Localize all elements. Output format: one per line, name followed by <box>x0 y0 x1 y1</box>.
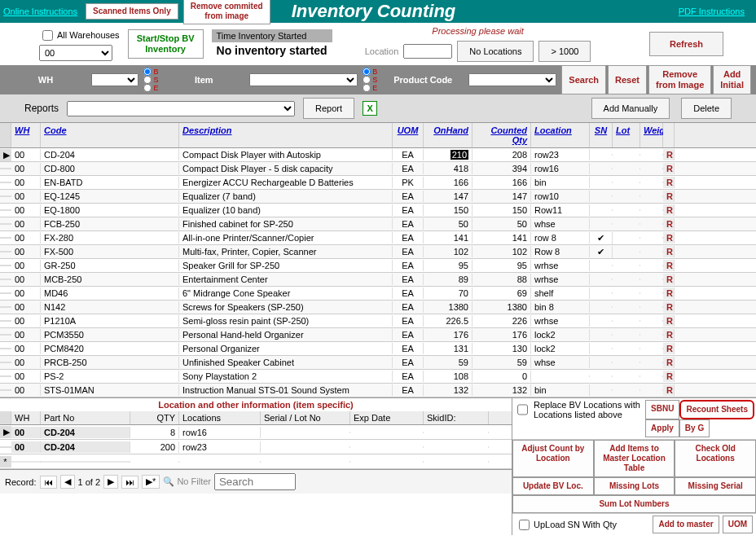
sn-checkbox[interactable] <box>590 195 613 197</box>
location-input[interactable] <box>403 44 452 59</box>
hdr-code[interactable]: Code <box>41 123 179 147</box>
row-r-button[interactable]: R <box>663 191 675 202</box>
report-button[interactable]: Report <box>303 98 354 119</box>
row-r-button[interactable]: R <box>663 371 675 382</box>
sn-checkbox[interactable] <box>590 223 613 225</box>
row-r-button[interactable]: R <box>663 274 675 285</box>
hdr-weig[interactable]: Weig <box>640 123 663 147</box>
reset-button[interactable]: Reset <box>608 65 647 94</box>
table-row[interactable]: 00EQ-1800Equalizer (10 band)EA150150Row1… <box>0 204 756 217</box>
sub-row[interactable]: ▶00CD-2048row16 <box>0 425 512 440</box>
sn-checkbox[interactable]: ✔ <box>590 232 613 244</box>
sn-checkbox[interactable] <box>590 279 613 280</box>
table-row[interactable]: 00EQ-1245Equalizer (7 band)EA147147row10… <box>0 190 756 204</box>
row-selector[interactable] <box>0 306 11 308</box>
sbnu-button[interactable]: SBNU <box>645 400 679 419</box>
row-r-button[interactable]: R <box>663 246 675 257</box>
sn-checkbox[interactable] <box>590 182 613 183</box>
hdr-cqty[interactable]: Counted Qty <box>472 123 531 147</box>
row-r-button[interactable]: R <box>663 357 675 368</box>
table-row[interactable]: 00FX-280All-in-one Printer/Scanner/Copie… <box>0 231 756 245</box>
sn-checkbox[interactable] <box>590 375 613 377</box>
add-to-master-button[interactable]: Add to master <box>653 516 719 533</box>
remove-committed-button[interactable]: Remove commited from image <box>183 0 270 24</box>
table-row[interactable]: 00FCB-250Finished cabinet for SP-250EA50… <box>0 217 756 231</box>
nav-last-icon[interactable]: ⏭ <box>121 476 138 489</box>
sn-checkbox[interactable] <box>590 320 613 322</box>
table-row[interactable]: 00GR-250Speaker Grill for SP-250EA9595wr… <box>0 259 756 273</box>
row-r-button[interactable]: R <box>663 177 675 188</box>
table-row[interactable]: 00N142Screws for Speakers (SP-250)EA1380… <box>0 301 756 314</box>
row-selector[interactable] <box>0 237 11 239</box>
row-r-button[interactable]: R <box>663 149 675 160</box>
sn-checkbox[interactable] <box>590 168 613 169</box>
sn-checkbox[interactable] <box>590 154 613 156</box>
row-r-button[interactable]: R <box>663 218 675 230</box>
online-instructions-link[interactable]: Online Instructions <box>3 7 77 16</box>
update-bv-loc-button[interactable]: Update BV Loc. <box>512 477 594 495</box>
sn-checkbox[interactable] <box>590 348 613 349</box>
refresh-button[interactable]: Refresh <box>649 32 723 56</box>
item-radio-set[interactable]: B S E <box>363 68 377 92</box>
row-selector[interactable] <box>0 320 11 322</box>
uom-button[interactable]: UOM <box>723 516 753 533</box>
table-row[interactable]: 00PRCB-250Unfinished Speaker CabinetEA59… <box>0 356 756 370</box>
row-r-button[interactable]: R <box>663 343 675 354</box>
all-warehouses-checkbox[interactable]: All Warehouses <box>39 28 120 43</box>
missing-serial-button[interactable]: Missing Serial <box>675 477 756 495</box>
row-selector[interactable]: ▶ <box>0 149 11 161</box>
sn-checkbox[interactable] <box>590 306 613 308</box>
table-row[interactable]: 00FX-500Multi-fax, Printer, Copier, Scan… <box>0 245 756 259</box>
replace-bv-checkbox[interactable]: Replace BV Locations with Locations list… <box>514 400 644 419</box>
row-r-button[interactable]: R <box>663 329 675 340</box>
adjust-count-button[interactable]: Adjust Count by Location <box>512 440 594 477</box>
nav-new-icon[interactable]: ▶* <box>142 475 160 489</box>
row-r-button[interactable]: R <box>663 204 675 216</box>
row-r-button[interactable]: R <box>663 315 675 327</box>
row-selector[interactable] <box>0 375 11 377</box>
add-initial-button[interactable]: Add Initial <box>713 65 751 94</box>
missing-lots-button[interactable]: Missing Lots <box>594 477 675 495</box>
nav-first-icon[interactable]: ⏮ <box>40 476 57 489</box>
sub-row[interactable]: 00CD-204200row23 <box>0 440 512 454</box>
sn-checkbox[interactable] <box>590 265 613 266</box>
add-items-master-button[interactable]: Add Items to Master Location Table <box>594 440 675 477</box>
row-selector[interactable] <box>0 348 11 349</box>
check-old-loc-button[interactable]: Check Old Locations <box>675 440 756 477</box>
row-selector[interactable] <box>0 182 11 183</box>
start-stop-bv-button[interactable]: Start/Stop BV Inventory <box>128 29 204 59</box>
row-selector[interactable] <box>0 209 11 211</box>
wh-filter-select[interactable] <box>91 73 138 86</box>
hdr-lot[interactable]: Lot <box>613 123 640 147</box>
row-r-button[interactable]: R <box>663 287 675 299</box>
sn-checkbox[interactable]: ✔ <box>590 246 613 258</box>
pdf-instructions-link[interactable]: PDF Instructions <box>679 7 745 16</box>
upload-sn-checkbox[interactable]: UpLoad SN With Qty <box>516 517 617 533</box>
nav-next-icon[interactable]: ▶ <box>103 475 118 489</box>
row-r-button[interactable]: R <box>663 301 675 313</box>
table-row[interactable]: 00PCM8420Personal OrganizerEA131130lock2… <box>0 342 756 356</box>
table-row[interactable]: 00CD-800Compact Disk Player - 5 disk cap… <box>0 162 756 176</box>
row-selector[interactable] <box>0 251 11 252</box>
row-selector[interactable] <box>0 195 11 197</box>
sn-checkbox[interactable] <box>590 389 613 391</box>
warehouse-select[interactable]: 00 <box>39 45 112 61</box>
product-filter-select[interactable] <box>468 73 556 86</box>
row-selector[interactable] <box>0 292 11 294</box>
sn-checkbox[interactable] <box>590 362 613 363</box>
table-row[interactable]: 00EN-BATDEnergizer ACCU Rechargeable D B… <box>0 176 756 190</box>
row-r-button[interactable]: R <box>663 163 675 174</box>
row-r-button[interactable]: R <box>663 232 675 244</box>
table-row[interactable]: ▶00CD-204Compact Disk Player with Autosk… <box>0 148 756 162</box>
item-filter-select[interactable] <box>249 73 358 86</box>
nav-prev-icon[interactable]: ◀ <box>60 475 75 489</box>
row-selector[interactable] <box>0 223 11 225</box>
hdr-wh[interactable]: WH <box>11 123 41 147</box>
hdr-desc[interactable]: Description <box>179 123 393 147</box>
no-locations-button[interactable]: No Locations <box>457 41 534 62</box>
sub-row[interactable]: * <box>0 454 512 469</box>
table-row[interactable]: 00P1210ASemi-gloss resin paint (SP-250)E… <box>0 314 756 328</box>
row-selector[interactable] <box>0 265 11 266</box>
search-button[interactable]: Search <box>561 65 606 94</box>
nav-search-input[interactable] <box>214 473 296 490</box>
